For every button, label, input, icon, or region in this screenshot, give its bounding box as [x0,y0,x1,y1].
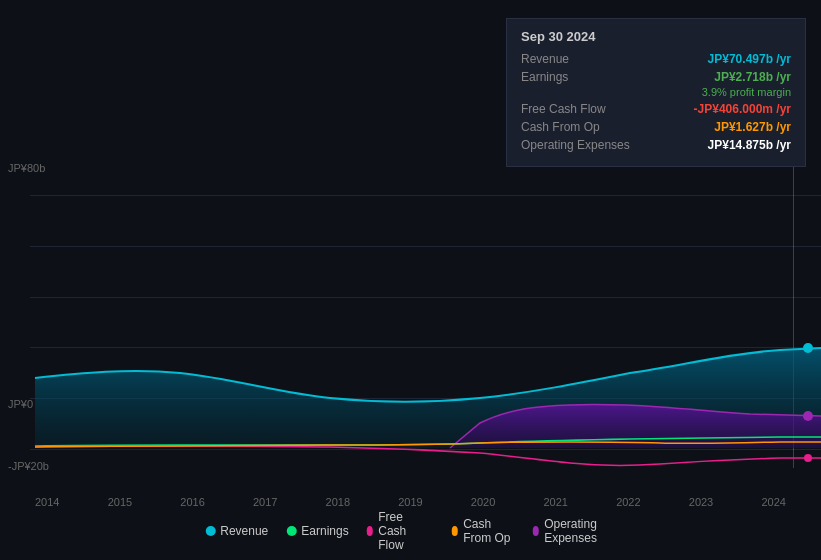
x-label-2024: 2024 [761,496,785,508]
chart-legend: Revenue Earnings Free Cash Flow Cash Fro… [205,510,616,552]
legend-revenue[interactable]: Revenue [205,524,268,538]
tooltip-cashfromop-row: Cash From Op JP¥1.627b /yr [521,120,791,134]
x-label-2020: 2020 [471,496,495,508]
x-label-2018: 2018 [326,496,350,508]
legend-revenue-dot [205,526,215,536]
x-label-2019: 2019 [398,496,422,508]
legend-fcf[interactable]: Free Cash Flow [367,510,434,552]
x-axis-labels: 2014 2015 2016 2017 2018 2019 2020 2021 … [0,496,821,508]
legend-fcf-dot [367,526,374,536]
x-label-2017: 2017 [253,496,277,508]
tooltip-opex-row: Operating Expenses JP¥14.875b /yr [521,138,791,152]
tooltip-date: Sep 30 2024 [521,29,791,44]
legend-earnings-dot [286,526,296,536]
legend-fcf-label: Free Cash Flow [378,510,433,552]
cashfromop-label: Cash From Op [521,120,600,134]
fcf-value: -JP¥406.000m /yr [694,102,791,116]
legend-earnings-label: Earnings [301,524,348,538]
cashfromop-value: JP¥1.627b /yr [714,120,791,134]
fcf-line [35,446,821,465]
x-label-2023: 2023 [689,496,713,508]
earnings-label: Earnings [521,70,568,84]
profit-margin-text: 3.9% profit margin [521,86,791,98]
legend-cashfromop[interactable]: Cash From Op [452,517,515,545]
fcf-label: Free Cash Flow [521,102,606,116]
legend-earnings[interactable]: Earnings [286,524,348,538]
legend-cashfromop-label: Cash From Op [463,517,514,545]
legend-cashfromop-dot [452,526,459,536]
x-label-2016: 2016 [180,496,204,508]
chart-svg [0,158,821,478]
x-label-2014: 2014 [35,496,59,508]
legend-opex[interactable]: Operating Expenses [533,517,616,545]
x-label-2015: 2015 [108,496,132,508]
tooltip-revenue-row: Revenue JP¥70.497b /yr [521,52,791,66]
data-tooltip: Sep 30 2024 Revenue JP¥70.497b /yr Earni… [506,18,806,167]
earnings-value: JP¥2.718b /yr [714,70,791,84]
tooltip-fcf-row: Free Cash Flow -JP¥406.000m /yr [521,102,791,116]
revenue-dot [803,343,813,353]
revenue-label: Revenue [521,52,569,66]
x-label-2021: 2021 [543,496,567,508]
opex-label: Operating Expenses [521,138,630,152]
revenue-value: JP¥70.497b /yr [708,52,791,66]
opex-dot [803,411,813,421]
x-label-2022: 2022 [616,496,640,508]
tooltip-earnings-row: Earnings JP¥2.718b /yr [521,70,791,84]
legend-revenue-label: Revenue [220,524,268,538]
legend-opex-dot [533,526,540,536]
opex-value: JP¥14.875b /yr [708,138,791,152]
fcf-dot [804,454,812,462]
legend-opex-label: Operating Expenses [544,517,616,545]
